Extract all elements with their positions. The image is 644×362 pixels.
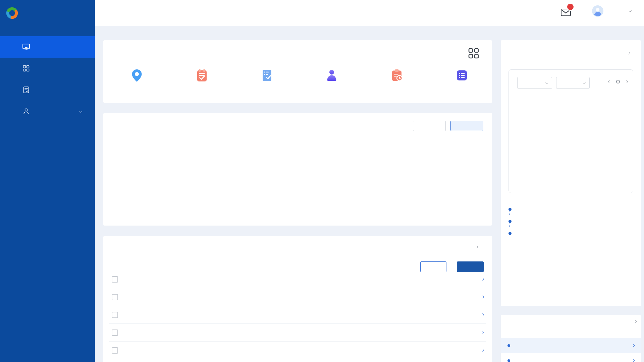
ranking-chart-card <box>103 113 492 226</box>
announcement-detail-link[interactable] <box>479 349 486 351</box>
chevron-down-icon <box>583 81 586 84</box>
sidebar-subitem-leave-approval[interactable] <box>0 190 95 212</box>
announcement-checkbox[interactable] <box>112 329 118 336</box>
clipboard-clock-icon <box>389 68 404 83</box>
chevron-right-icon <box>481 296 484 298</box>
chevron-right-icon <box>632 359 635 362</box>
schedule-timeline <box>508 202 635 238</box>
quick-item-profile[interactable] <box>316 68 348 87</box>
quick-item-exam-test[interactable] <box>251 68 283 87</box>
chevron-right-icon <box>628 52 630 55</box>
chevron-down-icon[interactable] <box>629 9 632 12</box>
notebook-check-icon <box>195 68 209 83</box>
next-month-icon[interactable] <box>625 80 628 83</box>
quick-item-notices[interactable] <box>446 68 478 87</box>
announcement-row <box>109 270 486 288</box>
user-icon <box>22 107 30 115</box>
sidebar-item-courses[interactable] <box>0 58 95 79</box>
avatar[interactable] <box>592 5 603 17</box>
announcements-card <box>103 236 492 362</box>
announcement-detail-link[interactable] <box>479 314 486 316</box>
chevron-right-icon <box>476 246 478 248</box>
chevron-down-icon <box>545 81 548 84</box>
announcement-checkbox[interactable] <box>112 276 118 283</box>
sidebar-subitem-student-evaluation[interactable] <box>0 212 95 234</box>
sidebar-submenu <box>0 122 95 255</box>
document-icon <box>22 86 30 94</box>
sidebar-subitem-my-grade[interactable] <box>0 146 95 168</box>
location-pin-icon <box>129 68 144 83</box>
sidebar-item-home[interactable] <box>0 36 95 58</box>
quick-item-sign-in-detail[interactable] <box>121 68 153 87</box>
bullet-icon <box>507 359 510 362</box>
ranking-line-chart <box>128 141 486 202</box>
quick-functions-card <box>103 40 492 103</box>
chevron-right-icon <box>481 278 484 281</box>
sidebar-item-exams[interactable] <box>0 79 95 101</box>
sidebar <box>0 0 95 362</box>
chevron-right-icon <box>481 349 484 352</box>
application-action-link[interactable] <box>630 345 634 347</box>
announcement-checkbox[interactable] <box>112 294 118 300</box>
application-action-link[interactable] <box>630 360 634 362</box>
announcement-checkbox[interactable] <box>112 347 118 354</box>
sidebar-nav <box>0 36 95 255</box>
monitor-icon <box>22 43 30 51</box>
app-logo <box>0 0 95 26</box>
year-data-button[interactable] <box>450 121 483 131</box>
sidebar-subitem-messages[interactable] <box>0 125 95 146</box>
calendar-view-all-link[interactable] <box>626 52 630 54</box>
announcement-row <box>109 324 486 342</box>
applications-view-all-link[interactable] <box>632 320 636 322</box>
announcement-detail-link[interactable] <box>479 331 486 334</box>
sidebar-subitem-teacher-list[interactable] <box>0 168 95 190</box>
announcements-list <box>109 270 486 359</box>
announcement-row <box>109 342 486 359</box>
applications-list <box>501 338 641 362</box>
apps-grid-icon[interactable] <box>468 48 479 59</box>
application-row <box>501 353 641 362</box>
announcement-detail-link[interactable] <box>479 296 486 298</box>
chevron-right-icon <box>481 331 484 334</box>
announcements-view-all-link[interactable] <box>474 246 478 248</box>
calendar-card <box>501 40 641 306</box>
person-icon <box>324 68 339 83</box>
sidebar-item-personal-center[interactable] <box>0 101 95 122</box>
announcement-row <box>109 306 486 324</box>
schedule-item <box>508 206 635 214</box>
announcement-detail-link[interactable] <box>479 278 486 280</box>
announcement-row <box>109 288 486 306</box>
month-select[interactable] <box>517 77 552 89</box>
bullet-icon <box>507 344 510 347</box>
grid-icon <box>22 64 30 72</box>
announcement-checkbox[interactable] <box>112 312 118 318</box>
top-header <box>95 0 644 26</box>
year-select[interactable] <box>556 77 590 89</box>
chevron-down-icon <box>79 110 82 113</box>
my-applications-card <box>501 315 641 362</box>
calendar-nav <box>608 80 628 83</box>
bullet-list-icon <box>454 68 469 83</box>
month-data-button[interactable] <box>413 121 446 131</box>
quick-item-chapter-exam[interactable] <box>186 68 218 87</box>
application-row <box>501 338 641 353</box>
logo-swirl-icon <box>5 6 19 20</box>
sidebar-subitem-profile[interactable] <box>0 234 95 255</box>
chevron-right-icon <box>634 320 637 323</box>
chevron-right-icon <box>632 344 635 347</box>
avatar-person-icon <box>592 5 603 17</box>
divider <box>501 334 641 334</box>
document-check-icon <box>260 68 274 83</box>
chevron-right-icon <box>481 313 484 316</box>
schedule-item <box>508 218 635 226</box>
prev-month-icon[interactable] <box>608 80 611 83</box>
mail-badge <box>567 3 574 11</box>
quick-item-leave-approval[interactable] <box>381 68 413 87</box>
schedule-item <box>508 230 635 238</box>
today-circle-icon[interactable] <box>616 80 620 83</box>
quick-functions-row <box>121 68 478 87</box>
calendar-widget <box>508 69 633 193</box>
